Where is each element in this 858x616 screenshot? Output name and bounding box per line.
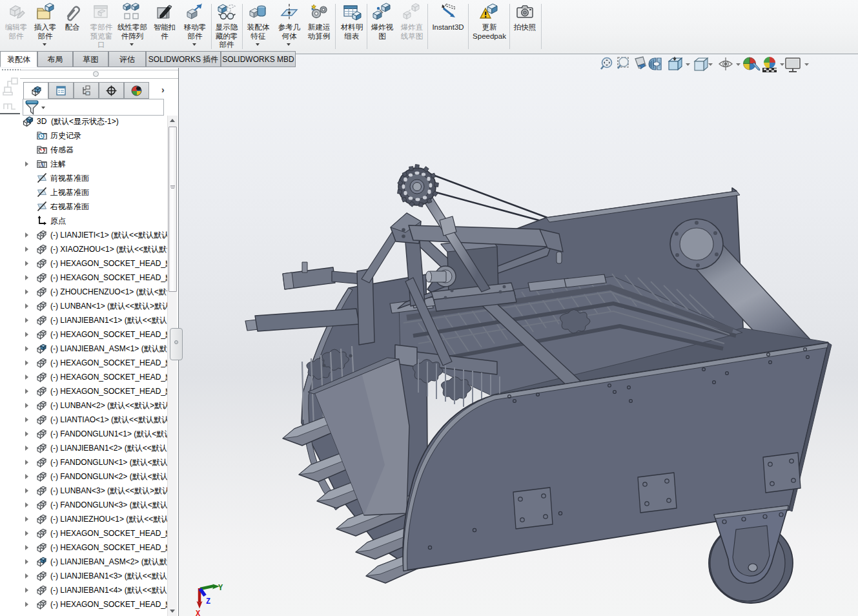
svg-text:Y: Y bbox=[218, 584, 223, 593]
svg-text:Z: Z bbox=[206, 597, 210, 606]
svg-text:X: X bbox=[196, 610, 201, 616]
